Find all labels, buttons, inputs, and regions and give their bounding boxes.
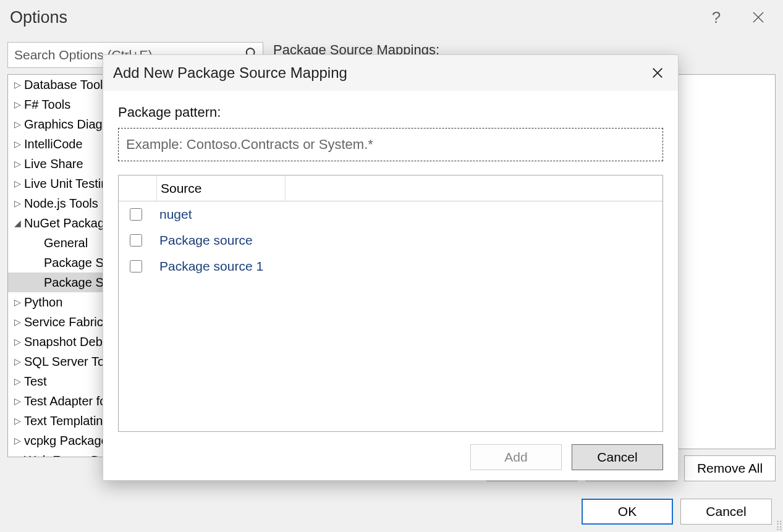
tree-item-label: Python bbox=[23, 295, 62, 310]
modal-add-button[interactable]: Add bbox=[470, 444, 562, 470]
modal-cancel-button[interactable]: Cancel bbox=[572, 444, 663, 470]
options-titlebar: Options ? bbox=[0, 0, 783, 35]
chevron-right-icon: ▷ bbox=[12, 99, 23, 109]
chevron-right-icon: ▷ bbox=[12, 416, 23, 426]
chevron-right-icon: ▷ bbox=[12, 376, 23, 386]
modal-title: Add New Package Source Mapping bbox=[113, 64, 645, 82]
tree-item-label: Test bbox=[23, 374, 47, 389]
tree-item-label: Text Templating bbox=[23, 414, 110, 428]
tree-item-label: Database Tools bbox=[23, 78, 109, 92]
pattern-label: Package pattern: bbox=[118, 104, 663, 120]
remove-all-button[interactable]: Remove All bbox=[684, 455, 776, 481]
source-checkbox[interactable] bbox=[130, 208, 142, 221]
tree-item-label: General bbox=[43, 236, 88, 250]
add-mapping-dialog: Add New Package Source Mapping Package p… bbox=[103, 54, 679, 481]
close-icon[interactable] bbox=[743, 2, 773, 32]
source-row[interactable]: Package source 1 bbox=[119, 253, 662, 279]
ok-button[interactable]: OK bbox=[582, 499, 673, 525]
tree-item-label: Live Unit Testing bbox=[23, 177, 114, 191]
chevron-down-icon: ◢ bbox=[12, 218, 23, 228]
source-name: Package source bbox=[159, 233, 253, 248]
chevron-right-icon: ▷ bbox=[12, 396, 23, 406]
source-checkbox[interactable] bbox=[130, 260, 142, 272]
modal-close-icon[interactable] bbox=[645, 60, 671, 86]
options-title: Options bbox=[10, 8, 701, 27]
source-checkbox[interactable] bbox=[130, 234, 142, 247]
modal-titlebar: Add New Package Source Mapping bbox=[103, 55, 678, 91]
chevron-right-icon: ▷ bbox=[12, 357, 23, 366]
chevron-right-icon: ▷ bbox=[12, 179, 23, 188]
help-button[interactable]: ? bbox=[701, 2, 731, 32]
tree-item-label: IntelliCode bbox=[23, 137, 83, 151]
pattern-input[interactable] bbox=[118, 128, 663, 161]
chevron-right-icon: ▷ bbox=[12, 139, 23, 149]
chevron-right-icon: ▷ bbox=[12, 317, 23, 327]
source-row[interactable]: Package source bbox=[119, 227, 662, 253]
chevron-right-icon: ▷ bbox=[12, 297, 23, 307]
chevron-right-icon: ▷ bbox=[12, 436, 23, 445]
source-table: Source nugetPackage sourcePackage source… bbox=[118, 175, 663, 432]
chevron-right-icon: ▷ bbox=[12, 337, 23, 347]
chevron-right-icon: ▷ bbox=[12, 80, 23, 90]
resize-grip-icon[interactable]: ⣿ bbox=[776, 519, 782, 531]
tree-item-label: Live Share bbox=[23, 157, 83, 171]
chevron-right-icon: ▷ bbox=[12, 119, 23, 129]
source-header-row: Source bbox=[119, 175, 662, 201]
tree-item-label: Node.js Tools bbox=[23, 196, 98, 211]
chevron-right-icon: ▷ bbox=[12, 159, 23, 169]
tree-item-label: F# Tools bbox=[23, 98, 70, 112]
chevron-right-icon: ▷ bbox=[12, 455, 23, 457]
cancel-button[interactable]: Cancel bbox=[680, 499, 772, 525]
source-name: Package source 1 bbox=[159, 259, 263, 274]
chevron-right-icon: ▷ bbox=[12, 198, 23, 208]
source-row[interactable]: nuget bbox=[119, 201, 662, 227]
source-name: nuget bbox=[159, 207, 192, 222]
source-header-label: Source bbox=[157, 175, 286, 201]
